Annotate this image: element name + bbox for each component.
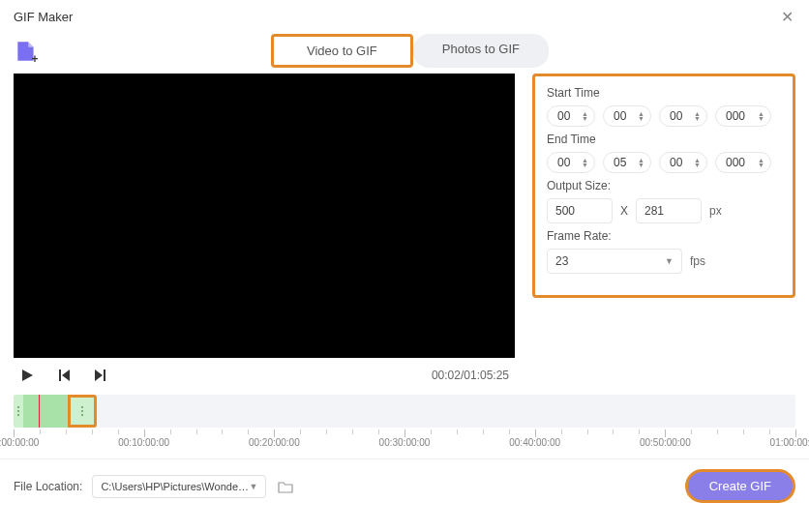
selection-handle-left[interactable] bbox=[14, 395, 23, 428]
browse-folder-button[interactable] bbox=[274, 476, 297, 497]
end-min-stepper[interactable]: 05▲▼ bbox=[603, 152, 651, 173]
next-button[interactable] bbox=[93, 368, 108, 383]
framerate-label: Frame Rate: bbox=[547, 229, 781, 243]
video-preview[interactable] bbox=[14, 74, 515, 358]
tick-label: 00:20:00:00 bbox=[249, 437, 300, 448]
tab-photos-to-gif[interactable]: Photos to GIF bbox=[413, 34, 549, 68]
tick-label: 01:00:00:00 bbox=[770, 437, 809, 448]
output-size-label: Output Size: bbox=[547, 179, 781, 192]
svg-text:+: + bbox=[31, 51, 38, 63]
tick-label: 00:10:00:00 bbox=[118, 437, 169, 448]
start-sec-stepper[interactable]: 00▲▼ bbox=[659, 105, 707, 127]
start-time-label: Start Time bbox=[547, 86, 781, 100]
output-width-input[interactable] bbox=[547, 198, 613, 223]
prev-button[interactable] bbox=[56, 368, 72, 383]
settings-panel: Start Time 00▲▼ 00▲▼ 00▲▼ 000▲▼ End Time… bbox=[532, 74, 795, 298]
playback-time: 00:02/01:05:25 bbox=[432, 369, 509, 382]
tick-label: 00:50:00:00 bbox=[640, 437, 691, 448]
start-hour-stepper[interactable]: 00▲▼ bbox=[547, 105, 595, 127]
app-logo-icon: + bbox=[14, 39, 39, 64]
framerate-select[interactable]: 23 ▼ bbox=[547, 249, 682, 274]
timeline-ruler: 00:00:00:0000:10:00:0000:20:00:0000:30:0… bbox=[14, 429, 795, 455]
play-button[interactable] bbox=[19, 368, 35, 383]
window-title: GIF Maker bbox=[14, 10, 73, 24]
tick-label: 00:30:00:00 bbox=[379, 437, 431, 448]
tick-label: 00:00:00:00 bbox=[0, 437, 39, 448]
end-ms-stepper[interactable]: 000▲▼ bbox=[715, 152, 771, 173]
file-location-label: File Location: bbox=[14, 480, 82, 493]
end-hour-stepper[interactable]: 00▲▼ bbox=[547, 152, 595, 173]
timeline-track[interactable] bbox=[14, 395, 795, 428]
create-gif-button[interactable]: Create GIF bbox=[685, 469, 795, 503]
start-ms-stepper[interactable]: 000▲▼ bbox=[715, 105, 771, 127]
chevron-down-icon: ▼ bbox=[249, 482, 257, 491]
size-unit: px bbox=[709, 204, 722, 218]
end-time-label: End Time bbox=[547, 133, 781, 146]
start-min-stepper[interactable]: 00▲▼ bbox=[603, 105, 651, 127]
framerate-unit: fps bbox=[690, 254, 705, 268]
output-height-input[interactable] bbox=[636, 198, 702, 223]
close-icon[interactable]: ✕ bbox=[777, 6, 797, 28]
selection-handle-right[interactable] bbox=[68, 395, 97, 428]
tab-video-to-gif[interactable]: Video to GIF bbox=[271, 34, 413, 68]
tick-label: 00:40:00:00 bbox=[509, 437, 560, 448]
end-sec-stepper[interactable]: 00▲▼ bbox=[659, 152, 707, 173]
dimension-separator: X bbox=[620, 204, 628, 218]
file-location-select[interactable]: C:\Users\HP\Pictures\Wondersh ▼ bbox=[92, 475, 266, 498]
chevron-down-icon: ▼ bbox=[665, 256, 674, 266]
playhead[interactable] bbox=[39, 395, 40, 428]
